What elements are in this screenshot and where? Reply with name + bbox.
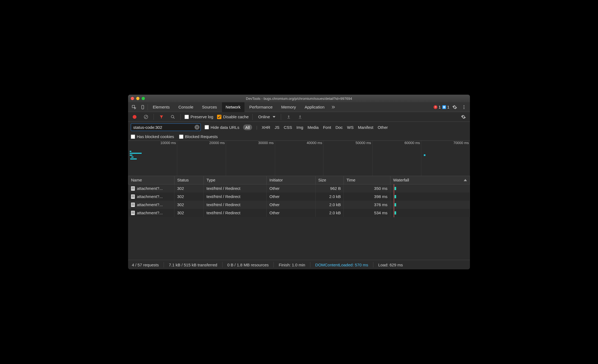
- inspect-element-icon[interactable]: [130, 103, 138, 111]
- pill-sep: |: [256, 125, 257, 130]
- col-header-time[interactable]: Time: [344, 176, 390, 184]
- download-har-icon[interactable]: [296, 113, 304, 121]
- separator: [373, 262, 373, 267]
- request-name: attachment?...: [137, 202, 163, 207]
- status-domcontentloaded: DOMContentLoaded: 570 ms: [315, 263, 368, 267]
- clear-button[interactable]: [142, 113, 150, 121]
- resource-type-filter: All | XHR JS CSS Img Media Font Doc WS M…: [243, 124, 388, 130]
- type-xhr[interactable]: XHR: [262, 125, 270, 130]
- upload-har-icon[interactable]: [285, 113, 292, 121]
- table-row[interactable]: attachment?...302text/html / RedirectOth…: [128, 193, 470, 201]
- file-icon: [131, 211, 135, 215]
- window-minimize-button[interactable]: [136, 97, 139, 100]
- tab-network[interactable]: Network: [222, 102, 244, 112]
- status-resources: 0 B / 1.8 MB resources: [227, 263, 269, 267]
- window-zoom-button[interactable]: [142, 97, 145, 100]
- col-header-size[interactable]: Size: [316, 176, 344, 184]
- request-initiator: Other: [267, 193, 316, 201]
- type-doc[interactable]: Doc: [335, 125, 343, 130]
- waterfall-cell: [393, 210, 467, 216]
- request-time: 398 ms: [344, 193, 390, 201]
- has-blocked-cookies-checkbox[interactable]: Has blocked cookies: [131, 134, 174, 139]
- separator: [281, 114, 281, 120]
- blocked-requests-checkbox[interactable]: Blocked Requests: [179, 134, 218, 139]
- tab-elements[interactable]: Elements: [149, 102, 174, 112]
- col-header-name[interactable]: Name: [128, 176, 174, 184]
- network-toolbar: Preserve log Disable cache Online: [128, 112, 470, 122]
- request-name: attachment?...: [137, 186, 163, 191]
- filter-toggle-icon[interactable]: [158, 113, 165, 121]
- preserve-log-input[interactable]: [185, 115, 189, 119]
- filter-input-wrap[interactable]: ✕: [131, 123, 201, 131]
- tab-performance[interactable]: Performance: [246, 102, 276, 112]
- type-media[interactable]: Media: [308, 125, 319, 130]
- filter-bar: ✕ Hide data URLs All | XHR JS CSS Img Me…: [128, 122, 470, 141]
- waterfall-cell: [393, 194, 467, 199]
- type-manifest[interactable]: Manifest: [358, 125, 373, 130]
- tab-sources[interactable]: Sources: [198, 102, 221, 112]
- panel-tabs: Elements Console Sources Network Perform…: [128, 102, 470, 112]
- table-row[interactable]: attachment?...302text/html / RedirectOth…: [128, 201, 470, 209]
- request-initiator: Other: [267, 209, 316, 217]
- has-blocked-cookies-input[interactable]: [131, 135, 135, 139]
- blocked-requests-label: Blocked Requests: [185, 134, 218, 139]
- status-finish: Finish: 1.0 min: [279, 263, 305, 267]
- file-icon: [131, 194, 135, 199]
- disable-cache-checkbox[interactable]: Disable cache: [217, 114, 249, 119]
- col-header-type[interactable]: Type: [204, 176, 267, 184]
- device-toolbar-icon[interactable]: [139, 103, 147, 111]
- more-icon[interactable]: [460, 103, 468, 111]
- table-row[interactable]: attachment?...302text/html / RedirectOth…: [128, 209, 470, 217]
- table-row[interactable]: attachment?...302text/html / RedirectOth…: [128, 184, 470, 193]
- request-time: 350 ms: [344, 184, 390, 193]
- type-js[interactable]: JS: [275, 125, 279, 130]
- overview-tick: 40000 ms: [307, 141, 323, 145]
- preserve-log-checkbox[interactable]: Preserve log: [185, 114, 213, 119]
- blocked-requests-input[interactable]: [179, 135, 183, 139]
- timeline-overview[interactable]: 10000 ms 20000 ms 30000 ms 40000 ms 5000…: [128, 141, 470, 176]
- tab-application[interactable]: Application: [301, 102, 328, 112]
- type-other[interactable]: Other: [378, 125, 388, 130]
- window-close-button[interactable]: [131, 97, 134, 100]
- window-title: DevTools - bugs.chromium.org/p/chromium/…: [128, 97, 470, 101]
- hide-data-urls-checkbox[interactable]: Hide data URLs: [205, 125, 239, 130]
- type-css[interactable]: CSS: [284, 125, 292, 130]
- throttling-select[interactable]: Online: [256, 114, 277, 119]
- separator: [273, 262, 274, 267]
- network-settings-icon[interactable]: [460, 113, 467, 121]
- svg-rect-7: [287, 118, 290, 118]
- svg-point-4: [464, 108, 465, 109]
- disable-cache-input[interactable]: [217, 115, 221, 119]
- tab-console[interactable]: Console: [175, 102, 197, 112]
- preserve-log-label: Preserve log: [190, 114, 213, 119]
- clear-filter-icon[interactable]: ✕: [195, 125, 199, 130]
- record-button[interactable]: [131, 113, 138, 121]
- type-font[interactable]: Font: [323, 125, 331, 130]
- settings-icon[interactable]: [451, 103, 459, 111]
- type-all[interactable]: All: [243, 124, 252, 130]
- info-badge[interactable]: 1: [442, 105, 449, 109]
- separator: [148, 104, 148, 110]
- svg-point-3: [464, 107, 465, 107]
- throttling-value: Online: [258, 114, 270, 119]
- col-header-waterfall[interactable]: Waterfall: [390, 176, 470, 184]
- col-header-status[interactable]: Status: [174, 176, 204, 184]
- hide-data-urls-input[interactable]: [205, 125, 209, 129]
- info-icon: [442, 105, 446, 109]
- overview-tick: 50000 ms: [356, 141, 372, 145]
- request-status: 302: [174, 184, 204, 193]
- tab-memory[interactable]: Memory: [278, 102, 300, 112]
- search-icon[interactable]: [169, 113, 177, 121]
- requests-table: Name Status Type Initiator Size Time Wat…: [128, 176, 470, 217]
- svg-point-6: [171, 115, 174, 118]
- devtools-window: DevTools - bugs.chromium.org/p/chromium/…: [128, 95, 470, 269]
- col-header-initiator[interactable]: Initiator: [267, 176, 316, 184]
- type-ws[interactable]: WS: [347, 125, 354, 130]
- filter-input[interactable]: [133, 125, 195, 130]
- tabs-overflow-icon[interactable]: [329, 103, 337, 111]
- window-titlebar: DevTools - bugs.chromium.org/p/chromium/…: [128, 95, 470, 102]
- errors-badge[interactable]: 1: [434, 105, 441, 109]
- type-img[interactable]: Img: [297, 125, 303, 130]
- svg-point-2: [464, 105, 465, 106]
- separator: [154, 114, 154, 120]
